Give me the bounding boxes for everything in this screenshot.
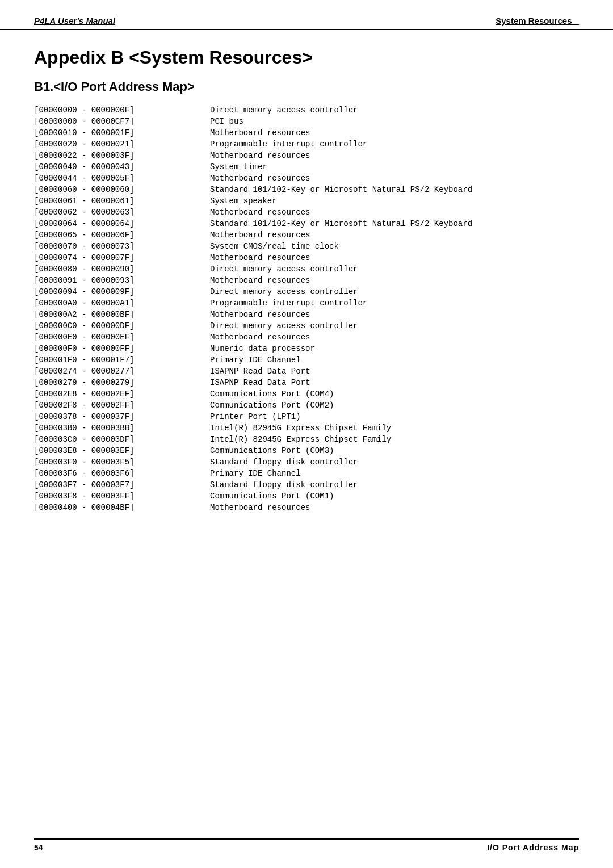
table-row: [00000070 - 00000073]System CMOS/real ti… <box>34 241 579 252</box>
table-row: [000003F6 - 000003F6]Primary IDE Channel <box>34 468 579 479</box>
description-cell: Intel(R) 82945G Express Chipset Family <box>210 434 579 445</box>
description-cell: Standard 101/102-Key or Microsoft Natura… <box>210 218 579 229</box>
address-cell: [000003B0 - 000003BB] <box>34 422 210 434</box>
page-header: P4LA User's Manual System Resources _ <box>0 0 613 30</box>
description-cell: Primary IDE Channel <box>210 468 579 479</box>
description-cell: Standard floppy disk controller <box>210 479 579 490</box>
address-cell: [00000274 - 00000277] <box>34 366 210 377</box>
io-address-table: [00000000 - 0000000F]Direct memory acces… <box>34 104 579 513</box>
description-cell: Communications Port (COM1) <box>210 490 579 502</box>
section-title: B1.<I/O Port Address Map> <box>34 79 579 94</box>
address-cell: [000003E8 - 000003EF] <box>34 445 210 456</box>
description-cell: PCI bus <box>210 116 579 127</box>
address-cell: [00000044 - 0000005F] <box>34 173 210 184</box>
table-row: [00000000 - 0000000F]Direct memory acces… <box>34 104 579 116</box>
table-row: [000000F0 - 000000FF]Numeric data proces… <box>34 343 579 354</box>
table-row: [00000094 - 0000009F]Direct memory acces… <box>34 286 579 297</box>
description-cell: Programmable interrupt controller <box>210 297 579 309</box>
address-cell: [00000061 - 00000061] <box>34 195 210 207</box>
table-row: [000003C0 - 000003DF]Intel(R) 82945G Exp… <box>34 434 579 445</box>
description-cell: System timer <box>210 161 579 173</box>
address-cell: [000001F0 - 000001F7] <box>34 354 210 366</box>
table-row: [000001F0 - 000001F7]Primary IDE Channel <box>34 354 579 366</box>
description-cell: Standard 101/102-Key or Microsoft Natura… <box>210 184 579 195</box>
main-title: Appedix B <System Resources> <box>34 47 579 68</box>
address-cell: [00000094 - 0000009F] <box>34 286 210 297</box>
description-cell: Communications Port (COM2) <box>210 400 579 411</box>
table-row: [00000040 - 00000043]System timer <box>34 161 579 173</box>
address-cell: [00000065 - 0000006F] <box>34 229 210 241</box>
address-cell: [00000064 - 00000064] <box>34 218 210 229</box>
table-row: [000000A2 - 000000BF]Motherboard resourc… <box>34 309 579 320</box>
address-cell: [000003C0 - 000003DF] <box>34 434 210 445</box>
table-row: [00000061 - 00000061]System speaker <box>34 195 579 207</box>
description-cell: Intel(R) 82945G Express Chipset Family <box>210 422 579 434</box>
table-row: [000000C0 - 000000DF]Direct memory acces… <box>34 320 579 332</box>
table-row: [000000A0 - 000000A1]Programmable interr… <box>34 297 579 309</box>
description-cell: Motherboard resources <box>210 275 579 286</box>
header-section-title: System Resources _ <box>496 16 579 26</box>
address-cell: [00000062 - 00000063] <box>34 207 210 218</box>
page-container: P4LA User's Manual System Resources _ Ap… <box>0 0 613 868</box>
table-row: [00000020 - 00000021]Programmable interr… <box>34 139 579 150</box>
table-row: [00000074 - 0000007F]Motherboard resourc… <box>34 252 579 263</box>
address-cell: [00000378 - 0000037F] <box>34 411 210 422</box>
description-cell: Direct memory access controller <box>210 104 579 116</box>
description-cell: Direct memory access controller <box>210 286 579 297</box>
table-row: [000003F8 - 000003FF]Communications Port… <box>34 490 579 502</box>
footer-section-label: I/O Port Address Map <box>487 843 579 852</box>
address-cell: [000003F7 - 000003F7] <box>34 479 210 490</box>
address-cell: [00000022 - 0000003F] <box>34 150 210 161</box>
address-cell: [00000400 - 000004BF] <box>34 502 210 513</box>
address-cell: [00000080 - 00000090] <box>34 263 210 275</box>
table-row: [00000044 - 0000005F]Motherboard resourc… <box>34 173 579 184</box>
description-cell: Motherboard resources <box>210 502 579 513</box>
table-row: [000002E8 - 000002EF]Communications Port… <box>34 388 579 400</box>
address-cell: [000003F8 - 000003FF] <box>34 490 210 502</box>
table-row: [00000091 - 00000093]Motherboard resourc… <box>34 275 579 286</box>
description-cell: Direct memory access controller <box>210 320 579 332</box>
description-cell: Standard floppy disk controller <box>210 456 579 468</box>
description-cell: Motherboard resources <box>210 127 579 139</box>
address-cell: [000003F0 - 000003F5] <box>34 456 210 468</box>
description-cell: Programmable interrupt controller <box>210 139 579 150</box>
description-cell: Motherboard resources <box>210 229 579 241</box>
address-cell: [00000091 - 00000093] <box>34 275 210 286</box>
table-row: [00000064 - 00000064]Standard 101/102-Ke… <box>34 218 579 229</box>
description-cell: Numeric data processor <box>210 343 579 354</box>
address-cell: [00000074 - 0000007F] <box>34 252 210 263</box>
main-content: Appedix B <System Resources> B1.<I/O Por… <box>0 30 613 547</box>
description-cell: Motherboard resources <box>210 309 579 320</box>
description-cell: Motherboard resources <box>210 332 579 343</box>
description-cell: ISAPNP Read Data Port <box>210 366 579 377</box>
table-row: [000003B0 - 000003BB]Intel(R) 82945G Exp… <box>34 422 579 434</box>
table-row: [00000065 - 0000006F]Motherboard resourc… <box>34 229 579 241</box>
description-cell: Communications Port (COM4) <box>210 388 579 400</box>
table-row: [00000274 - 00000277]ISAPNP Read Data Po… <box>34 366 579 377</box>
description-cell: Printer Port (LPT1) <box>210 411 579 422</box>
table-row: [00000080 - 00000090]Direct memory acces… <box>34 263 579 275</box>
address-cell: [00000060 - 00000060] <box>34 184 210 195</box>
address-cell: [00000279 - 00000279] <box>34 377 210 388</box>
header-manual-title: P4LA User's Manual <box>34 16 115 26</box>
table-row: [000003E8 - 000003EF]Communications Port… <box>34 445 579 456</box>
address-cell: [000000F0 - 000000FF] <box>34 343 210 354</box>
table-row: [000003F7 - 000003F7]Standard floppy dis… <box>34 479 579 490</box>
address-cell: [00000020 - 00000021] <box>34 139 210 150</box>
address-cell: [00000000 - 00000CF7] <box>34 116 210 127</box>
address-cell: [000000C0 - 000000DF] <box>34 320 210 332</box>
address-cell: [000000A0 - 000000A1] <box>34 297 210 309</box>
address-cell: [000000E0 - 000000EF] <box>34 332 210 343</box>
table-row: [00000000 - 00000CF7]PCI bus <box>34 116 579 127</box>
table-row: [00000062 - 00000063]Motherboard resourc… <box>34 207 579 218</box>
table-row: [00000010 - 0000001F]Motherboard resourc… <box>34 127 579 139</box>
address-cell: [00000070 - 00000073] <box>34 241 210 252</box>
description-cell: Motherboard resources <box>210 173 579 184</box>
table-row: [00000378 - 0000037F]Printer Port (LPT1) <box>34 411 579 422</box>
table-row: [00000060 - 00000060]Standard 101/102-Ke… <box>34 184 579 195</box>
description-cell: System CMOS/real time clock <box>210 241 579 252</box>
table-row: [00000400 - 000004BF]Motherboard resourc… <box>34 502 579 513</box>
address-cell: [00000000 - 0000000F] <box>34 104 210 116</box>
description-cell: Motherboard resources <box>210 207 579 218</box>
address-cell: [000002E8 - 000002EF] <box>34 388 210 400</box>
